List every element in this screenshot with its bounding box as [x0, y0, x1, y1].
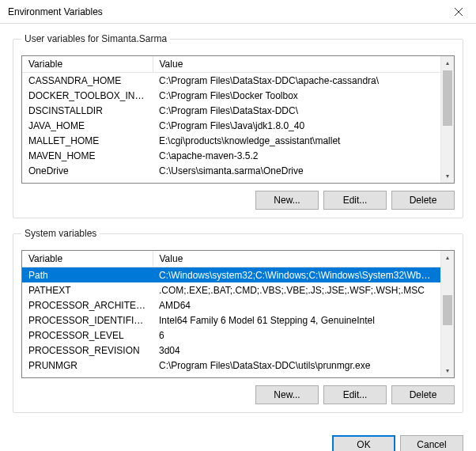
system-variables-group: System variables Variable Value PathC:\W…: [13, 228, 463, 413]
content: User variables for Simanta.Sarma Variabl…: [0, 24, 476, 430]
scroll-thumb[interactable]: [443, 70, 452, 126]
cell-value: AMD64: [153, 298, 440, 313]
cell-value: C:\Program Files\DataStax-DDC\: [153, 103, 440, 118]
ok-button[interactable]: OK: [332, 435, 395, 451]
table-row[interactable]: PROCESSOR_LEVEL6: [22, 328, 440, 343]
table-row[interactable]: PathC:\Windows\system32;C:\Windows;C:\Wi…: [22, 267, 440, 283]
cell-variable: PROCESSOR_LEVEL: [22, 328, 153, 343]
system-col-variable[interactable]: Variable: [22, 251, 153, 267]
system-table-wrap: Variable Value PathC:\Windows\system32;C…: [21, 250, 455, 378]
cell-value: Intel64 Family 6 Model 61 Stepping 4, Ge…: [153, 313, 440, 328]
cell-variable: DOCKER_TOOLBOX_INSTAL...: [22, 88, 153, 103]
table-row[interactable]: PRUNMGRC:\Program Files\DataStax-DDC\uti…: [22, 358, 440, 373]
cell-value: .COM;.EXE;.BAT;.CMD;.VBS;.VBE;.JS;.JSE;.…: [153, 282, 440, 298]
cell-value: C:\Program Files\DataStax-DDC\apache-cas…: [153, 73, 440, 89]
cell-value: C:\apache-maven-3.5.2: [153, 148, 440, 163]
cell-value: C:\Users\simanta.sarma\OneDrive: [153, 163, 440, 178]
table-row[interactable]: PATHEXT.COM;.EXE;.BAT;.CMD;.VBS;.VBE;.JS…: [22, 282, 440, 298]
cell-value: E:\cgi\products\knowledge_assistant\mall…: [153, 133, 440, 148]
scroll-down-icon[interactable]: ▾: [441, 169, 454, 183]
cell-variable: PROCESSOR_IDENTIFIER: [22, 313, 153, 328]
table-row[interactable]: DOCKER_TOOLBOX_INSTAL...C:\Program Files…: [22, 88, 440, 103]
cell-value: 3d04: [153, 343, 440, 358]
system-delete-button[interactable]: Delete: [391, 385, 455, 404]
system-button-row: New... Edit... Delete: [21, 385, 455, 404]
user-col-variable[interactable]: Variable: [22, 56, 153, 73]
titlebar: Environment Variables: [0, 0, 476, 24]
dialog-button-row: OK Cancel: [0, 430, 476, 451]
cell-variable: MALLET_HOME: [22, 133, 153, 148]
table-row[interactable]: DSCINSTALLDIRC:\Program Files\DataStax-D…: [22, 103, 440, 118]
cancel-button[interactable]: Cancel: [400, 435, 463, 451]
user-scrollbar[interactable]: ▴ ▾: [440, 56, 454, 183]
user-new-button[interactable]: New...: [255, 191, 319, 210]
close-icon: [455, 8, 463, 16]
cell-variable: PRUNMGR: [22, 358, 153, 373]
user-variables-group: User variables for Simanta.Sarma Variabl…: [13, 33, 463, 218]
cell-value: 6: [153, 328, 440, 343]
cell-variable: CASSANDRA_HOME: [22, 73, 153, 89]
system-scrollbar[interactable]: ▴ ▾: [440, 251, 454, 377]
cell-value: C:\Program Files\Java\jdk1.8.0_40: [153, 118, 440, 133]
system-table-body[interactable]: Variable Value PathC:\Windows\system32;C…: [22, 251, 440, 377]
cell-variable: JAVA_HOME: [22, 118, 153, 133]
system-group-legend: System variables: [21, 228, 100, 239]
user-col-value[interactable]: Value: [153, 56, 440, 73]
user-table-body[interactable]: Variable Value CASSANDRA_HOMEC:\Program …: [22, 56, 440, 183]
scroll-up-icon[interactable]: ▴: [441, 56, 454, 70]
cell-variable: Path: [22, 267, 153, 283]
table-row[interactable]: CASSANDRA_HOMEC:\Program Files\DataStax-…: [22, 73, 440, 89]
cell-variable: PROCESSOR_REVISION: [22, 343, 153, 358]
user-table: Variable Value CASSANDRA_HOMEC:\Program …: [22, 56, 440, 178]
user-delete-button[interactable]: Delete: [391, 191, 455, 210]
window-title: Environment Variables: [8, 6, 440, 17]
system-new-button[interactable]: New...: [255, 385, 319, 404]
system-edit-button[interactable]: Edit...: [323, 385, 387, 404]
cell-variable: OneDrive: [22, 163, 153, 178]
user-table-wrap: Variable Value CASSANDRA_HOMEC:\Program …: [21, 55, 455, 184]
user-group-legend: User variables for Simanta.Sarma: [21, 33, 170, 44]
system-col-value[interactable]: Value: [153, 251, 440, 267]
user-edit-button[interactable]: Edit...: [323, 191, 387, 210]
table-row[interactable]: PROCESSOR_IDENTIFIERIntel64 Family 6 Mod…: [22, 313, 440, 328]
system-table: Variable Value PathC:\Windows\system32;C…: [22, 251, 440, 373]
cell-variable: MAVEN_HOME: [22, 148, 153, 163]
cell-value: C:\Program Files\DataStax-DDC\utils\prun…: [153, 358, 440, 373]
cell-variable: DSCINSTALLDIR: [22, 103, 153, 118]
cell-value: C:\Program Files\Docker Toolbox: [153, 88, 440, 103]
table-row[interactable]: OneDriveC:\Users\simanta.sarma\OneDrive: [22, 163, 440, 178]
cell-variable: PATHEXT: [22, 282, 153, 298]
scroll-thumb[interactable]: [443, 295, 452, 325]
table-row[interactable]: MALLET_HOMEE:\cgi\products\knowledge_ass…: [22, 133, 440, 148]
cell-value: C:\Windows\system32;C:\Windows;C:\Window…: [153, 267, 440, 283]
table-row[interactable]: PROCESSOR_ARCHITECTUREAMD64: [22, 298, 440, 313]
cell-variable: PROCESSOR_ARCHITECTURE: [22, 298, 153, 313]
table-row[interactable]: JAVA_HOMEC:\Program Files\Java\jdk1.8.0_…: [22, 118, 440, 133]
user-button-row: New... Edit... Delete: [21, 191, 455, 210]
scroll-up-icon[interactable]: ▴: [441, 251, 454, 264]
scroll-down-icon[interactable]: ▾: [441, 364, 454, 377]
table-row[interactable]: MAVEN_HOMEC:\apache-maven-3.5.2: [22, 148, 440, 163]
table-row[interactable]: PROCESSOR_REVISION3d04: [22, 343, 440, 358]
close-button[interactable]: [440, 0, 476, 24]
